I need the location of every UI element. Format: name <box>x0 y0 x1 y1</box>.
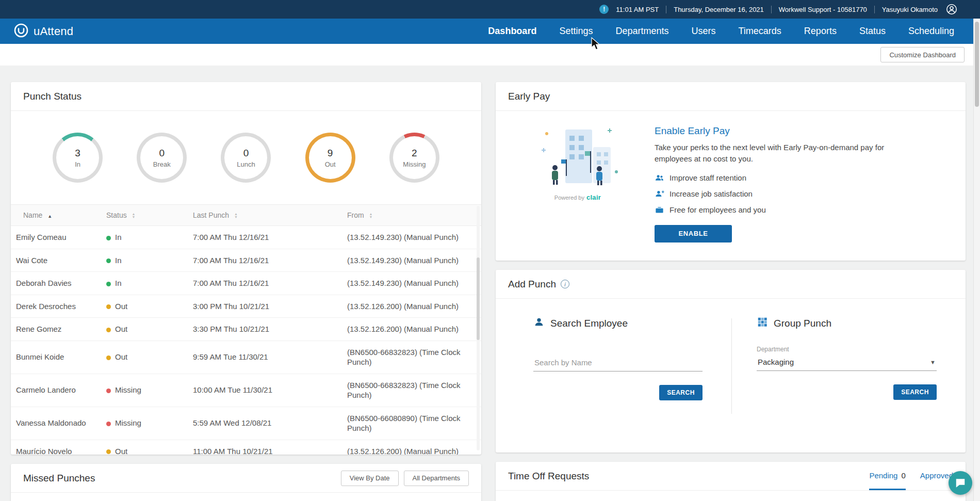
punch-ring-break[interactable]: 0Break <box>137 133 187 183</box>
nav-item-departments[interactable]: Departments <box>604 19 680 44</box>
punch-from-value: (13.52.126.200) (Manual Punch) <box>342 440 481 455</box>
time-off-requests-card: Time Off Requests Pending 0 Approved <box>496 462 966 501</box>
punch-table-row: Deborah DaviesIn7:00 AM Thu 12/16/21(13.… <box>11 272 481 295</box>
topbar-support-account[interactable]: Workwell Support - 10581770 <box>772 6 874 13</box>
status-dot <box>106 328 111 332</box>
last-punch-value: 5:59 AM Wed 12/08/21 <box>188 407 342 440</box>
punch-status-value: Out <box>101 295 188 318</box>
column-label-name: Name <box>23 211 42 219</box>
status-dot <box>106 355 111 360</box>
topbar-date: Thursday, December 16, 2021 <box>666 6 771 13</box>
department-select[interactable]: Packaging ▼ <box>757 353 937 371</box>
early-pay-title: Early Pay <box>508 91 550 102</box>
punch-ring-lunch[interactable]: 0Lunch <box>221 133 271 183</box>
powered-by-clair: Powered byclair <box>518 193 637 201</box>
early-pay-bullet: Free for employees and you <box>655 205 947 215</box>
punch-status-value: Out <box>101 318 188 341</box>
punch-ring-missing[interactable]: 2Missing <box>389 133 439 183</box>
employee-name: Carmelo Landero <box>11 374 101 407</box>
time-off-title: Time Off Requests <box>508 471 589 482</box>
column-label-status: Status <box>106 211 127 219</box>
tab-pending[interactable]: Pending 0 <box>869 462 905 490</box>
tab-approved[interactable]: Approved <box>920 462 953 490</box>
nav-item-reports[interactable]: Reports <box>793 19 848 44</box>
view-by-date-button[interactable]: View By Date <box>341 471 399 486</box>
punch-from-value: (13.52.149.230) (Manual Punch) <box>342 226 481 249</box>
clair-logo: clair <box>586 193 601 201</box>
employee-name: Vanessa Maldonado <box>11 407 101 440</box>
column-header-last-punch[interactable]: Last Punch ▲▼ <box>188 205 342 226</box>
punch-table-row: Maurício NoveloOut11:00 AM Thu 10/21/21(… <box>11 440 481 455</box>
status-dot <box>106 449 111 454</box>
dashboard-content: Punch Status 3In0Break0Lunch9Out2Missing… <box>0 66 980 501</box>
left-column: Punch Status 3In0Break0Lunch9Out2Missing… <box>11 82 481 501</box>
uattend-logo[interactable]: uAttend <box>13 23 73 40</box>
column-header-name[interactable]: Name ▲ <box>11 205 101 226</box>
user-avatar-icon[interactable] <box>946 4 957 15</box>
group-punch-search-button[interactable]: SEARCH <box>893 384 937 400</box>
search-employee-section: Search Employee SEARCH <box>496 316 731 414</box>
pending-count: 0 <box>901 471 905 480</box>
status-dot <box>106 389 111 393</box>
punch-from-value: (13.52.126.200) (Manual Punch) <box>342 318 481 341</box>
enable-button[interactable]: ENABLE <box>655 225 732 243</box>
topbar-username[interactable]: Yasuyuki Okamoto <box>875 6 945 13</box>
column-header-from[interactable]: From ▲▼ <box>342 205 481 226</box>
employee-name: Maurício Novelo <box>11 440 101 455</box>
punch-table-row: Derek DesrochesOut3:00 PM Thu 10/21/21(1… <box>11 295 481 318</box>
info-icon[interactable]: i <box>561 280 569 288</box>
nav-item-users[interactable]: Users <box>680 19 727 44</box>
enable-early-pay-heading: Enable Early Pay <box>655 125 947 137</box>
employee-name: Deborah Davies <box>11 272 101 295</box>
pending-label: Pending <box>869 471 897 480</box>
missed-punches-card: Missed Punches View By Date All Departme… <box>11 464 481 501</box>
main-navbar: uAttend DashboardSettingsDepartmentsUser… <box>0 19 980 44</box>
alert-info-icon[interactable]: ! <box>599 5 609 14</box>
page-scrollbar-thumb[interactable] <box>975 22 979 107</box>
last-punch-value: 9:59 AM Tue 11/30/21 <box>188 341 342 374</box>
group-punch-heading: Group Punch <box>774 318 831 329</box>
nav-item-settings[interactable]: Settings <box>548 19 604 44</box>
ring-list: 3In0Break0Lunch9Out2Missing <box>11 111 481 204</box>
punch-table-row: Wai CoteIn7:00 AM Thu 12/16/21(13.52.149… <box>11 249 481 272</box>
early-pay-card: Early Pay <box>496 82 966 261</box>
punch-table-row: Rene GomezOut3:30 PM Thu 10/21/21(13.52.… <box>11 318 481 341</box>
search-by-name-input[interactable] <box>533 354 703 371</box>
nav-item-scheduling[interactable]: Scheduling <box>897 19 966 44</box>
nav-item-status[interactable]: Status <box>848 19 897 44</box>
employee-search-button[interactable]: SEARCH <box>659 385 703 400</box>
last-punch-value: 7:00 AM Thu 12/16/21 <box>188 249 342 272</box>
nav-item-timecards[interactable]: Timecards <box>727 19 793 44</box>
punch-status-value: In <box>101 272 188 295</box>
employee-name: Wai Cote <box>11 249 101 272</box>
punch-status-value: Out <box>101 341 188 374</box>
column-label-from: From <box>347 211 364 219</box>
punch-ring-in[interactable]: 3In <box>53 133 103 183</box>
early-pay-bullet: Improve staff retention <box>655 173 947 183</box>
punch-ring-out[interactable]: 9Out <box>305 133 355 183</box>
table-scrollbar-thumb[interactable] <box>477 257 480 340</box>
topbar: ! 11:01 AM PST Thursday, December 16, 20… <box>0 0 980 19</box>
person-icon <box>533 316 545 330</box>
status-dot <box>106 258 111 263</box>
all-departments-button[interactable]: All Departments <box>404 471 469 486</box>
sort-icon: ▲▼ <box>369 213 373 219</box>
chat-widget-button[interactable] <box>949 471 972 495</box>
punch-from-value: (13.52.126.200) (Manual Punch) <box>342 295 481 318</box>
punch-status-value: In <box>101 226 188 249</box>
missed-punches-title: Missed Punches <box>23 473 95 484</box>
group-punch-section: Group Punch Department Packaging ▼ SEARC… <box>732 316 966 414</box>
column-header-status[interactable]: Status ▲▼ <box>101 205 188 226</box>
status-dot <box>106 304 111 309</box>
punch-from-value: (13.52.149.230) (Manual Punch) <box>342 249 481 272</box>
nav-item-dashboard[interactable]: Dashboard <box>477 19 548 44</box>
customize-dashboard-button[interactable]: Customize Dashboard <box>880 47 965 62</box>
punch-from-value: (BN6500-66832823) (Time Clock Punch) <box>342 341 481 374</box>
people-icon <box>655 173 664 183</box>
chevron-down-icon: ▼ <box>930 359 936 365</box>
last-punch-value: 3:00 PM Thu 10/21/21 <box>188 295 342 318</box>
punch-status-value: Missing <box>101 407 188 440</box>
status-dot <box>106 282 111 286</box>
punch-status-card: Punch Status 3In0Break0Lunch9Out2Missing… <box>11 82 481 455</box>
earlypay-bullets: Improve staff retentionIncrease job sati… <box>655 173 947 215</box>
